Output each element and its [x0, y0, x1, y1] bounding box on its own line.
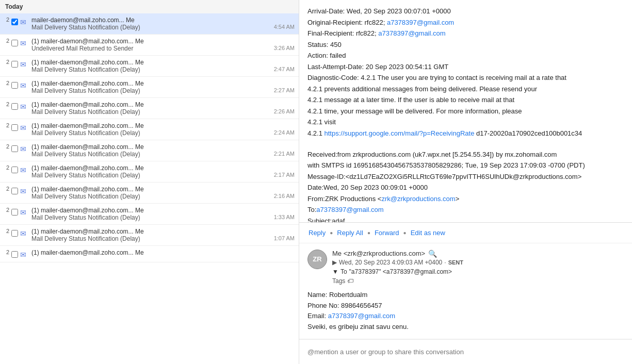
expand-icon[interactable]: ▼ — [332, 268, 338, 275]
sent-to-line: ▼ To "a7378397" <a7378397@gmail.com> — [332, 268, 624, 275]
email-list-item[interactable]: 2 ✉ mailer-daemon@mail.zoho.com... Me Ma… — [0, 13, 299, 35]
date-header: Today — [0, 0, 299, 13]
email-subject: Mail Delivery Status Notification (Delay… — [31, 235, 271, 242]
sent-from-label: Me <zrk@zrkproductions.com> — [332, 250, 425, 257]
compose-input[interactable] — [307, 345, 624, 359]
subject-line: Subject:adaf — [307, 216, 624, 223]
dot-sep: · — [444, 259, 446, 266]
email-checkbox[interactable] — [11, 103, 18, 110]
email-from: (1) mailer-daemon@mail.zoho.com... Me — [31, 122, 271, 129]
email-list-item[interactable]: 2 ✉ (1) mailer-daemon@mail.zoho.com... M… — [0, 35, 299, 56]
email-subject: Mail Delivery Status Notification (Delay… — [31, 87, 271, 94]
diag-link-line: 4.2.1 https://support.google.com/mail/?p… — [307, 128, 624, 139]
diag-line4: 4.2.1 visit — [307, 117, 624, 127]
email-from: (1) mailer-daemon@mail.zoho.com... Me — [31, 59, 271, 66]
message-id-line: Message-ID:<dz1Ld7EaZO2XGi5RLLRtcGT69le7… — [307, 172, 624, 182]
edit-as-new-button[interactable]: Edit as new — [410, 227, 446, 239]
compose-area — [299, 339, 632, 364]
email-subject: Mail Delivery Status Notification (Delay… — [31, 172, 271, 179]
email-from: (1) mailer-daemon@mail.zoho.com... Me — [31, 249, 295, 256]
email-content: (1) mailer-daemon@mail.zoho.com... Me — [31, 249, 295, 256]
email-checkbox[interactable] — [11, 40, 18, 46]
count-badge: 2 — [4, 164, 11, 171]
email-checkbox[interactable] — [11, 124, 18, 131]
email-content: (1) mailer-daemon@mail.zoho.com... Me Ma… — [31, 164, 271, 179]
email-checkbox[interactable] — [11, 82, 18, 89]
checkbox-area: ✉ — [11, 59, 29, 69]
email-content: (1) mailer-daemon@mail.zoho.com... Me Ma… — [31, 80, 271, 94]
mail-icon: ✉ — [20, 103, 26, 111]
to-email-link[interactable]: a7378397@gmail.com — [316, 206, 383, 213]
sent-body: Name: Robertdualm Phone No: 89864656457 … — [307, 290, 624, 333]
email-checkbox[interactable] — [11, 145, 18, 152]
dot1: ● — [330, 230, 333, 236]
email-list-item[interactable]: 2 ✉ (1) mailer-daemon@mail.zoho.com... M… — [0, 77, 299, 98]
email-time: 4:54 AM — [274, 24, 295, 31]
mail-icon: ✉ — [20, 60, 26, 69]
to-label: To — [341, 268, 347, 275]
forward-button[interactable]: Forward — [374, 227, 400, 239]
to-label: To: — [307, 206, 316, 213]
count-badge: 2 — [4, 186, 11, 192]
from-label: From:ZRK Productions < — [307, 195, 381, 203]
count-badge: 2 — [4, 122, 11, 128]
diag-line4-prefix: 4.2.1 — [307, 129, 325, 137]
email-time: 2:16 AM — [274, 193, 295, 200]
checkbox-area: ✉ — [11, 38, 29, 47]
diagnostic-code-line: Diagnostic-Code: 4.2.1 The user you are … — [307, 73, 624, 83]
final-recipient-label: Final-Recipient: rfc822; — [307, 29, 377, 37]
email-list-item[interactable]: 2 ✉ (1) mailer-daemon@mail.zoho.com... M… — [0, 98, 299, 119]
email-list-item[interactable]: 2 ✉ (1) mailer-daemon@mail.zoho.com... M… — [0, 225, 299, 246]
email-time: 1:07 AM — [274, 235, 295, 242]
email-checkbox[interactable] — [11, 61, 18, 68]
reply-button[interactable]: Reply — [307, 227, 327, 239]
email-content: (1) mailer-daemon@mail.zoho.com... Me Ma… — [31, 186, 271, 200]
email-list-item[interactable]: 2 ✉ (1) mailer-daemon@mail.zoho.com... M… — [0, 246, 299, 262]
email-content: (1) mailer-daemon@mail.zoho.com... Me Ma… — [31, 143, 271, 158]
email-content: (1) mailer-daemon@mail.zoho.com... Me Ma… — [31, 207, 271, 221]
mail-icon: ✉ — [20, 251, 26, 259]
email-list-item[interactable]: 2 ✉ (1) mailer-daemon@mail.zoho.com... M… — [0, 56, 299, 77]
email-time: 2:26 AM — [274, 108, 295, 115]
email-checkbox[interactable] — [11, 230, 18, 237]
email-subject: Mail Delivery Status Notification (Delay… — [31, 24, 271, 31]
mail-icon: ✉ — [20, 166, 26, 174]
sent-meta: Me <zrk@zrkproductions.com> 🔍 ▶ Wed, 20 … — [332, 250, 624, 285]
email-checkbox[interactable] — [11, 251, 18, 258]
mail-icon: ✉ — [20, 229, 26, 238]
email-subject: Mail Delivery Status Notification (Delay… — [31, 151, 271, 158]
checkbox-area: ✉ — [11, 122, 29, 132]
email-checkbox[interactable] — [11, 167, 18, 173]
reply-all-button[interactable]: Reply All — [336, 227, 364, 239]
sent-body-line3: Email: a7378397@gmail.com — [307, 311, 624, 322]
email-time: 2:27 AM — [274, 87, 295, 94]
support-link[interactable]: https://support.google.com/mail/?p=Recei… — [325, 129, 475, 137]
email-checkbox[interactable] — [11, 19, 18, 25]
sent-body-line2: Phone No: 89864656457 — [307, 301, 624, 311]
sent-from-line: Me <zrk@zrkproductions.com> 🔍 — [332, 250, 624, 258]
email-list-item[interactable]: 2 ✉ (1) mailer-daemon@mail.zoho.com... M… — [0, 204, 299, 225]
sent-body-line1: Name: Robertdualm — [307, 290, 624, 301]
email-list-item[interactable]: 2 ✉ (1) mailer-daemon@mail.zoho.com... M… — [0, 119, 299, 140]
diag-line2: 4.2.1 message at a later time. If the us… — [307, 95, 624, 105]
email-list-item[interactable]: 2 ✉ (1) mailer-daemon@mail.zoho.com... M… — [0, 140, 299, 161]
email-subject: Undelivered Mail Returned to Sender — [31, 45, 271, 52]
email-checkbox[interactable] — [11, 188, 18, 194]
email-from: (1) mailer-daemon@mail.zoho.com... Me — [31, 143, 271, 151]
checkbox-area: ✉ — [11, 164, 29, 174]
checkbox-area: ✉ — [11, 186, 29, 195]
tags-label: Tags — [332, 277, 345, 285]
mail-icon: ✉ — [20, 81, 26, 90]
from-email-link[interactable]: zrk@zrkproductions.com — [381, 195, 455, 203]
email-list-item[interactable]: 2 ✉ (1) mailer-daemon@mail.zoho.com... M… — [0, 183, 299, 204]
email-subject: Mail Delivery Status Notification (Delay… — [31, 108, 271, 115]
email-list-item[interactable]: 2 ✉ (1) mailer-daemon@mail.zoho.com... M… — [0, 161, 299, 183]
tag-icon[interactable]: 🏷 — [347, 277, 353, 285]
sent-body-line4: Sveiki, es gribeju zinat savu cenu. — [307, 322, 624, 333]
sent-email-link[interactable]: a7378397@gmail.com — [328, 312, 395, 320]
email-checkbox[interactable] — [11, 209, 18, 216]
final-recipient-email[interactable]: a7378397@gmail.com — [378, 29, 445, 37]
original-recipient-email[interactable]: a7378397@gmail.com — [387, 19, 454, 26]
email-from: mailer-daemon@mail.zoho.com... Me — [31, 16, 271, 24]
search-icon[interactable]: 🔍 — [428, 250, 437, 258]
